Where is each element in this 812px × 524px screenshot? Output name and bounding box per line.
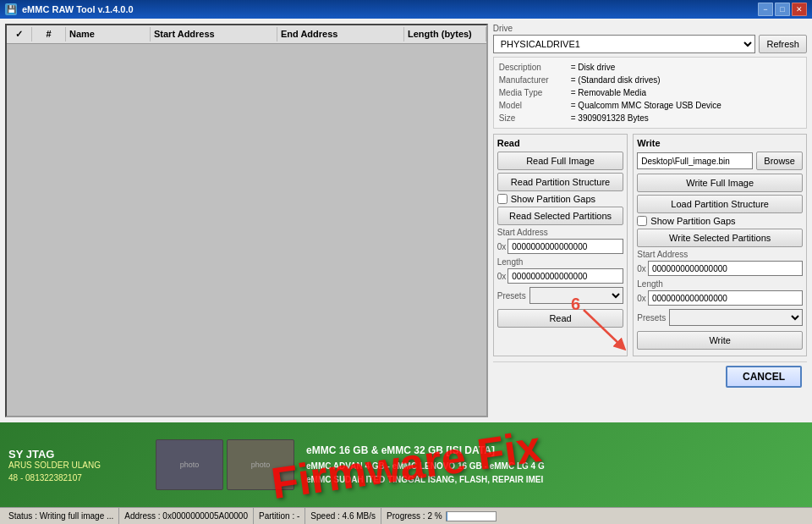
drive-info: Description = Disk drive Manufacturer = …: [493, 57, 807, 129]
col-header-num: #: [32, 27, 66, 41]
browse-button[interactable]: Browse: [756, 152, 803, 170]
desc-val: = Disk drive: [571, 61, 616, 74]
show-partition-gaps-read-label: Show Partition Gaps: [511, 194, 595, 204]
content-area: ✓ # Name Start Address End Address Lengt…: [0, 19, 812, 422]
mfr-val: = (Standard disk drives): [571, 74, 661, 86]
banner-left: SY JTAG ARUS SOLDER ULANG 48 - 081322382…: [0, 443, 152, 488]
drive-label: Drive: [493, 24, 807, 33]
write-button[interactable]: Write: [637, 331, 803, 350]
address-segment: Address : 0x0000000005A00000: [119, 508, 254, 524]
write-length-label: Length: [637, 279, 803, 289]
write-start-prefix: 0x: [637, 264, 646, 273]
show-partition-gaps-write-checkbox[interactable]: [637, 216, 647, 226]
table-header: ✓ # Name Start Address End Address Lengt…: [7, 25, 486, 44]
banner-phone: 48 - 081322382107: [8, 473, 144, 483]
read-presets-select[interactable]: [529, 287, 624, 304]
progress-label: Progress : 2 %: [387, 511, 442, 521]
read-panel: Read Read Full Image Read Partition Stru…: [493, 134, 628, 356]
write-selected-partitions-button[interactable]: Write Selected Partitions: [637, 229, 803, 247]
progress-container: Progress : 2 %: [381, 511, 502, 521]
progress-bar: [446, 511, 497, 521]
table-body: [7, 44, 486, 416]
write-presets-select[interactable]: [669, 309, 803, 326]
model-val: = Qualcomm MMC Storage USB Device: [571, 99, 721, 112]
model-key: Model: [499, 99, 571, 112]
write-full-image-button[interactable]: Write Full Image: [637, 174, 803, 192]
partition-table: ✓ # Name Start Address End Address Lengt…: [5, 24, 488, 417]
title-bar: 💾 eMMC RAW Tool v.1.4.0.0 − □ ✕: [0, 0, 812, 19]
banner-watermark: Firmware Fix: [268, 422, 544, 507]
show-partition-gaps-read-checkbox[interactable]: [497, 194, 508, 204]
write-length-prefix: 0x: [637, 294, 646, 303]
app-title: eMMC RAW Tool v.1.4.0.0: [22, 4, 134, 14]
banner-area: Firmware Fix SY JTAG ARUS SOLDER ULANG 4…: [0, 422, 812, 507]
read-button[interactable]: Read: [497, 309, 624, 328]
size-key: Size: [499, 112, 571, 124]
read-title: Read: [497, 138, 624, 148]
read-length-prefix: 0x: [497, 272, 507, 281]
size-val: = 3909091328 Bytes: [571, 112, 649, 124]
main-window: ✓ # Name Start Address End Address Lengt…: [0, 19, 812, 524]
maximize-button[interactable]: □: [775, 3, 790, 16]
refresh-button[interactable]: Refresh: [759, 35, 807, 53]
banner-title: SY JTAG: [8, 448, 144, 461]
partition-segment: Partition : -: [254, 508, 305, 524]
close-button[interactable]: ✕: [792, 3, 807, 16]
load-partition-structure-button[interactable]: Load Partition Structure: [637, 195, 803, 213]
status-segment: Status : Writing full image ...: [3, 508, 119, 524]
col-header-end: End Address: [277, 27, 404, 41]
col-header-length: Length (bytes): [404, 27, 486, 41]
minimize-button[interactable]: −: [758, 3, 773, 16]
read-partition-structure-button[interactable]: Read Partition Structure: [497, 173, 624, 191]
read-presets-label: Presets: [497, 291, 526, 301]
rw-container: Read Read Full Image Read Partition Stru…: [493, 134, 807, 356]
right-panel: Drive PHYSICALDRIVE1 Refresh Description…: [493, 24, 807, 417]
col-header-start: Start Address: [151, 27, 277, 41]
speed-segment: Speed : 4.6 MB/s: [305, 508, 381, 524]
mfr-key: Manufacturer: [499, 74, 571, 86]
app-icon: 💾: [5, 3, 17, 15]
cancel-row: CANCEL: [493, 361, 807, 391]
read-start-address-input[interactable]: [508, 239, 623, 254]
banner-sub: ARUS SOLDER ULANG: [8, 461, 144, 470]
show-partition-gaps-read-row: Show Partition Gaps: [497, 194, 624, 204]
drive-section: Drive PHYSICALDRIVE1 Refresh Description…: [493, 24, 807, 129]
read-full-image-button[interactable]: Read Full Image: [497, 152, 624, 170]
write-start-addr-label: Start Address: [637, 250, 803, 259]
progress-fill: [447, 512, 447, 521]
desc-key: Description: [499, 61, 571, 74]
write-presets-label: Presets: [637, 313, 666, 323]
media-val: = Removable Media: [571, 86, 646, 99]
col-header-check: ✓: [7, 27, 32, 41]
write-title: Write: [637, 138, 803, 148]
read-length-label: Length: [497, 257, 624, 267]
show-partition-gaps-write-label: Show Partition Gaps: [650, 216, 735, 226]
write-length-input[interactable]: [648, 290, 803, 306]
read-start-addr-label: Start Address: [497, 228, 624, 237]
read-length-input[interactable]: [508, 268, 623, 284]
read-selected-partitions-button[interactable]: Read Selected Partitions: [497, 207, 624, 225]
write-file-input[interactable]: [637, 152, 753, 169]
banner-image-1: photo: [156, 439, 223, 490]
write-panel: Write Browse Write Full Image Load Parti…: [633, 134, 807, 356]
col-header-name: Name: [66, 27, 151, 41]
status-bar: Status : Writing full image ... Address …: [0, 507, 812, 524]
media-key: Media Type: [499, 86, 571, 99]
drive-select[interactable]: PHYSICALDRIVE1: [493, 35, 756, 53]
read-start-prefix: 0x: [497, 242, 507, 251]
cancel-button[interactable]: CANCEL: [726, 366, 802, 388]
show-partition-gaps-write-row: Show Partition Gaps: [637, 216, 803, 226]
write-start-address-input[interactable]: [648, 261, 803, 276]
